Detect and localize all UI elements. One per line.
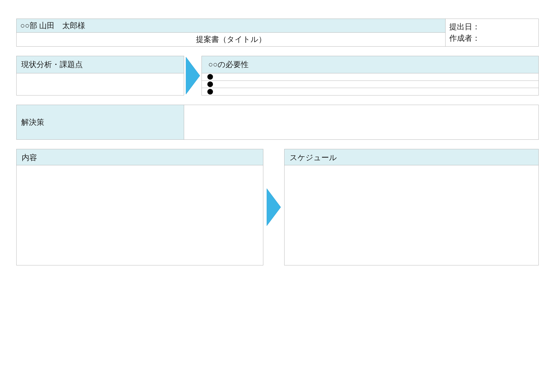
solution-header-text: 解決策 <box>21 117 44 128</box>
recipient-text: ○○部 山田 太郎様 <box>20 21 85 31</box>
content-header: 内容 <box>16 149 263 165</box>
necessity-header-text: ○○の必要性 <box>208 60 248 69</box>
content-panel: 内容 <box>16 149 263 265</box>
bullet-icon <box>207 74 213 80</box>
necessity-item <box>202 73 539 81</box>
svg-marker-1 <box>267 189 281 226</box>
arrow-right-icon <box>266 187 282 227</box>
necessity-header: ○○の必要性 <box>202 56 539 73</box>
analysis-body <box>16 73 184 95</box>
solution-body <box>184 105 539 140</box>
analysis-header: 現状分析・課題点 <box>16 56 184 73</box>
recipient-field: ○○部 山田 太郎様 <box>16 19 445 33</box>
schedule-body <box>284 165 539 265</box>
content-body <box>16 165 263 265</box>
proposal-template: ○○部 山田 太郎様 提案書（タイトル） 提出日： 作成者： 現状分析・課題点 <box>16 19 539 265</box>
schedule-header-text: スケジュール <box>290 153 337 162</box>
necessity-panel: ○○の必要性 <box>202 56 539 95</box>
arrow-gap-1 <box>184 56 202 95</box>
header-left-column: ○○部 山田 太郎様 提案書（タイトル） <box>16 19 445 47</box>
content-schedule-row: 内容 スケジュール <box>16 149 539 265</box>
arrow-gap-2 <box>263 149 284 265</box>
analysis-necessity-row: 現状分析・課題点 ○○の必要性 <box>16 56 539 95</box>
bullet-icon <box>207 89 213 94</box>
schedule-header: スケジュール <box>284 149 539 165</box>
svg-marker-0 <box>186 57 200 94</box>
necessity-item <box>202 88 539 95</box>
solution-row: 解決策 <box>16 105 539 140</box>
analysis-header-text: 現状分析・課題点 <box>21 60 83 69</box>
schedule-panel: スケジュール <box>284 149 539 265</box>
document-title: 提案書（タイトル） <box>16 33 445 47</box>
necessity-item <box>202 81 539 88</box>
author-label: 作成者： <box>449 33 535 43</box>
solution-header: 解決策 <box>16 105 184 140</box>
bullet-icon <box>207 81 213 87</box>
arrow-right-icon <box>185 56 201 95</box>
analysis-panel: 現状分析・課題点 <box>16 56 184 95</box>
necessity-body <box>202 73 539 95</box>
header-row: ○○部 山田 太郎様 提案書（タイトル） 提出日： 作成者： <box>16 19 539 47</box>
content-header-text: 内容 <box>22 153 37 162</box>
document-title-text: 提案書（タイトル） <box>196 34 266 45</box>
submission-date-label: 提出日： <box>449 22 535 32</box>
header-right-meta: 提出日： 作成者： <box>445 19 539 47</box>
